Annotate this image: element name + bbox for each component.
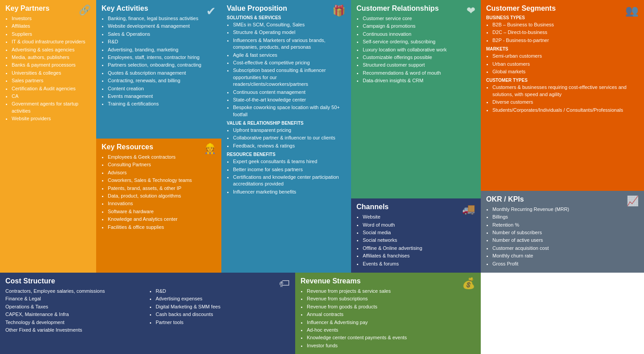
list-item: Content creation [108,85,216,92]
list-item: Structure & Operating model [233,29,346,36]
list-item: Self-service ordering, subscribing [363,38,475,45]
list-item: Coworkers, Sales & Technology teams [108,177,216,184]
key-resources-title: Key Resources [102,143,216,151]
list-item: Certifications and knowledge center part… [233,174,346,188]
resource-benefits-list: Expert geek consultants & teams hired Be… [227,158,346,195]
cost-left-col: Contractors, Employee salaries, commissi… [5,288,146,334]
list-item: Number of subscribers [492,229,639,236]
markets-subtitle: MARKETS [486,46,639,51]
list-item: Revenue from goods & products [307,303,475,310]
list-item: Events management [108,93,216,100]
list-item: Monthly churn rate [492,253,639,259]
list-item: Website [363,214,475,220]
list-item: State-of-the-art knowledge center [233,97,346,103]
list-item: IT & cloud infrastructure providers [12,38,91,45]
list-item: Digital Marketing & SMM fees [156,303,290,310]
list-item: Diverse customers [492,99,639,105]
cost-item: Technology & development [5,319,146,326]
list-item: Website providers [12,115,91,122]
list-item: Affiliates [12,23,91,30]
list-item: Consulting Partners [108,161,216,168]
list-item: Continuous content management [233,89,346,96]
top-section: 🔗 Key Partners Investors Affiliates Supp… [0,0,644,273]
solutions-subtitle: SOLUTIONS & SERVICES [227,15,346,20]
list-item: D2C – Direct-to-business [492,29,639,36]
list-item: Gross Profit [492,261,639,267]
list-item: Bespoke coworking space location with da… [233,104,346,118]
key-partners-cell: 🔗 Key Partners Investors Affiliates Supp… [0,0,96,273]
list-item: Structured customer support [363,62,475,68]
list-item: Customers & businesses requiring cost-ef… [492,84,639,98]
bottom-right-spacer [481,273,644,354]
channels-list: Website Word of mouth Social media Socia… [356,214,475,267]
bottom-section: 🏷 Cost Structure Contractors, Employee s… [0,273,644,354]
key-resources-cell: 👷 Key Resources Employees & Geek contrac… [96,139,221,273]
key-activities-cell: ✔ Key Activities Banking, finance, legal… [96,0,221,139]
list-item: Influencer & Advertising pay [307,319,475,326]
cost-structure-cell: 🏷 Cost Structure Contractors, Employee s… [0,273,295,354]
key-activities-title: Key Activities [102,4,216,13]
list-item: Advisors [108,169,216,176]
heart-icon: ❤ [466,4,475,17]
list-item: Social media [363,229,475,236]
list-item: Urban customers [492,61,639,67]
cost-structure-content: Contractors, Employee salaries, commissi… [5,288,290,334]
list-item: Advertising, branding, marketing [108,46,216,53]
channels-title: Channels [356,203,475,211]
channels-cell: 🚚 Channels Website Word of mouth Social … [351,198,481,273]
list-item: Contracting, renewals, and billing [108,77,216,84]
cost-item: Other Fixed & variable Investments [5,327,146,333]
tag-icon: 🏷 [279,277,290,290]
list-item: R&D [156,288,290,295]
solutions-list: SMEs in SCM, Consulting, Sales Structure… [227,21,346,118]
list-item: Knowledge center content payments & even… [307,334,475,341]
cost-right-list: R&D Advertising expenses Digital Marketi… [149,288,290,326]
list-item: Customizable offerings possible [363,54,475,61]
markets-list: Semi-urban customers Urban customers Glo… [486,53,639,75]
list-item: Software & hardware [108,208,216,215]
list-item: Semi-urban customers [492,53,639,59]
list-item: Partners selection, onboarding, contract… [108,62,216,68]
customer-segments-cell: 👥 Customer Segments BUSINESS TYPES B2B –… [481,0,644,191]
list-item: Ad-hoc events [307,327,475,333]
list-item: Expert geek consultants & teams hired [233,158,346,165]
list-item: Innovations [108,200,216,207]
activities-resources-col: ✔ Key Activities Banking, finance, legal… [96,0,221,273]
revenue-streams-list: Revenue from projects & service sales Re… [301,288,475,349]
list-item: Sales & Operations [108,31,216,38]
cs-okr-col: 👥 Customer Segments BUSINESS TYPES B2B –… [481,0,644,273]
customer-relationships-title: Customer Relationships [356,4,475,13]
list-item: Influencers & Marketers of various brand… [233,37,346,51]
customer-types-list: Customers & businesses requiring cost-ef… [486,84,639,114]
list-item: Better income for sales partners [233,166,346,173]
list-item: Cost-effective & competitive pricing [233,59,346,66]
list-item: Upfront transparent pricing [233,127,346,134]
list-item: SMEs in SCM, Consulting, Sales [233,21,346,28]
customer-segments-title: Customer Segments [486,4,639,13]
gift-icon: 🎁 [332,4,346,17]
list-item: Agile & fast services [233,52,346,59]
list-item: Social networks [363,237,475,244]
list-item: B2B – Business to Business [492,21,639,28]
money-icon: 💰 [462,277,475,290]
list-item: Events & forums [363,261,475,267]
cost-item: Contractors, Employee salaries, commissi… [5,288,146,295]
value-benefits-subtitle: VALUE & RELATIONSHIP BENEFITS [227,121,346,126]
customer-relationships-list: Customer service core Campaign & promoti… [356,15,475,84]
list-item: Global markets [492,68,639,75]
okr-kpis-title: OKR / KPIs [486,195,639,203]
list-item: Feedback, reviews & ratings [233,143,346,149]
revenue-streams-cell: 💰 Revenue Streams Revenue from projects … [295,273,481,354]
cost-right-col: R&D Advertising expenses Digital Marketi… [149,288,290,334]
value-proposition-cell: 🎁 Value Proposition SOLUTIONS & SERVICES… [221,0,351,273]
list-item: Monthly Recurring Revenue (MRR) [492,206,639,213]
key-resources-list: Employees & Geek contractors Consulting … [102,154,216,231]
list-item: Media, authors, publishers [12,54,91,61]
list-item: Banking, finance, legal business activit… [108,15,216,22]
list-item: Retention % [492,222,639,228]
list-item: Number of active users [492,237,639,244]
list-item: Students/Corporates/Individuals / Consul… [492,107,639,114]
list-item: Word of mouth [363,222,475,228]
list-item: Certification & Audit agencies [12,85,91,92]
list-item: Sales partners [12,77,91,84]
